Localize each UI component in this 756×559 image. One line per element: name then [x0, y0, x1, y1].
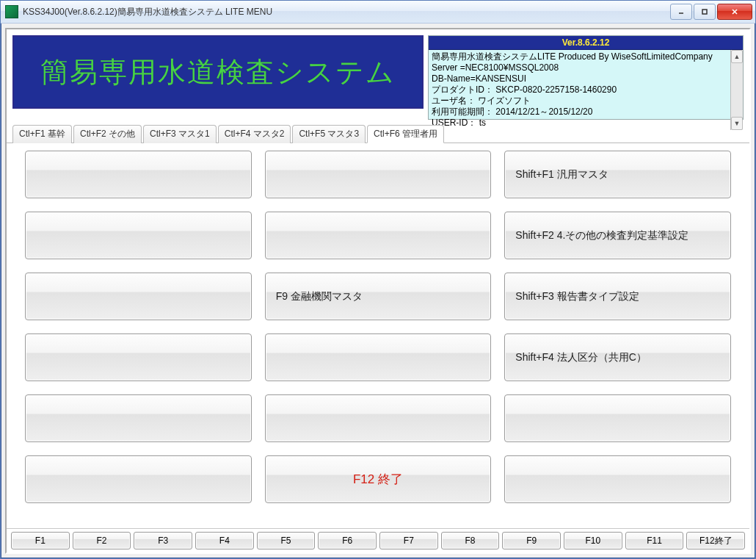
grid-btn-r6c1[interactable]	[25, 455, 252, 503]
fkey-f7[interactable]: F7	[379, 532, 438, 549]
window-title: KSS34J00(Ver.8.6.2.12)簡易専用水道検査システム LITE …	[23, 6, 670, 18]
app-icon	[5, 5, 18, 18]
grid-btn-r1c1[interactable]	[25, 151, 252, 198]
grid-btn-r5c1[interactable]	[25, 394, 252, 442]
header-row: 簡易専用水道検査システム Ver.8.6.2.12 簡易専用水道検査システムLI…	[7, 29, 749, 123]
tab-ctl-f3[interactable]: Ctl+F3 マスタ1	[143, 125, 217, 143]
button-grid: Shift+F1 汎用マスタ Shift+F2 4.その他の検査判定基準設定 F…	[25, 151, 731, 503]
grid-btn-shift-f3[interactable]: Shift+F3 報告書タイプ設定	[504, 273, 731, 320]
minimize-button[interactable]	[670, 4, 692, 20]
scroll-down-icon[interactable]: ▼	[731, 117, 743, 130]
grid-btn-r2c1[interactable]	[25, 212, 252, 259]
fkey-f8[interactable]: F8	[441, 532, 500, 549]
info-version: Ver.8.6.2.12	[429, 36, 743, 50]
grid-btn-f12-exit[interactable]: F12 終了	[265, 455, 492, 503]
maximize-button[interactable]	[694, 4, 716, 20]
info-text: 簡易専用水道検査システムLITE Produced By WiseSoftLim…	[429, 50, 730, 130]
fkey-f10[interactable]: F10	[564, 532, 622, 549]
tab-ctl-f5[interactable]: Ctl+F5 マスタ3	[292, 125, 366, 143]
grid-btn-r6c3[interactable]	[504, 455, 731, 503]
fkey-f12[interactable]: F12終了	[686, 532, 745, 549]
fkey-bar: F1 F2 F3 F4 F5 F6 F7 F8 F9 F10 F11 F12終了	[7, 528, 749, 552]
fkey-f3[interactable]: F3	[134, 532, 192, 549]
grid-btn-shift-f1[interactable]: Shift+F1 汎用マスタ	[504, 151, 731, 198]
tab-ctl-f4[interactable]: Ctl+F4 マスタ2	[218, 125, 291, 143]
fkey-f9[interactable]: F9	[502, 532, 561, 549]
button-grid-area: Shift+F1 汎用マスタ Shift+F2 4.その他の検査判定基準設定 F…	[7, 143, 749, 528]
grid-btn-r4c2[interactable]	[265, 333, 492, 381]
info-scrollbar[interactable]: ▲ ▼	[730, 50, 743, 130]
info-body: 簡易専用水道検査システムLITE Produced By WiseSoftLim…	[429, 50, 743, 130]
grid-btn-f9[interactable]: F9 金融機関マスタ	[265, 273, 492, 320]
fkey-f6[interactable]: F6	[318, 532, 377, 549]
grid-btn-r1c2[interactable]	[265, 151, 492, 198]
fkey-f1[interactable]: F1	[11, 532, 70, 549]
client-area: 簡易専用水道検査システム Ver.8.6.2.12 簡易専用水道検査システムLI…	[5, 28, 751, 554]
app-title-banner: 簡易専用水道検査システム	[12, 35, 424, 109]
grid-btn-r4c1[interactable]	[25, 333, 252, 381]
grid-btn-r5c2[interactable]	[265, 394, 492, 442]
tab-ctl-f6[interactable]: Ctl+F6 管理者用	[367, 125, 444, 143]
grid-btn-r3c1[interactable]	[25, 273, 252, 320]
app-window: KSS34J00(Ver.8.6.2.12)簡易専用水道検査システム LITE …	[0, 0, 756, 559]
svg-rect-1	[702, 10, 707, 14]
grid-btn-shift-f4[interactable]: Shift+F4 法人区分（共用C）	[504, 333, 731, 381]
grid-btn-r5c3[interactable]	[504, 394, 731, 442]
close-button[interactable]	[717, 4, 752, 20]
window-controls	[670, 4, 752, 20]
fkey-f5[interactable]: F5	[257, 532, 316, 549]
tab-ctl-f2[interactable]: Ctl+F2 その他	[73, 125, 142, 143]
tab-ctl-f1[interactable]: Ctl+F1 基幹	[12, 125, 72, 143]
grid-btn-r2c2[interactable]	[265, 212, 492, 259]
fkey-f2[interactable]: F2	[73, 532, 131, 549]
info-panel: Ver.8.6.2.12 簡易専用水道検査システムLITE Produced B…	[428, 35, 744, 120]
titlebar: KSS34J00(Ver.8.6.2.12)簡易専用水道検査システム LITE …	[1, 1, 755, 24]
fkey-f4[interactable]: F4	[195, 532, 254, 549]
scroll-up-icon[interactable]: ▲	[731, 50, 743, 63]
grid-btn-shift-f2[interactable]: Shift+F2 4.その他の検査判定基準設定	[504, 212, 731, 259]
fkey-f11[interactable]: F11	[625, 532, 684, 549]
